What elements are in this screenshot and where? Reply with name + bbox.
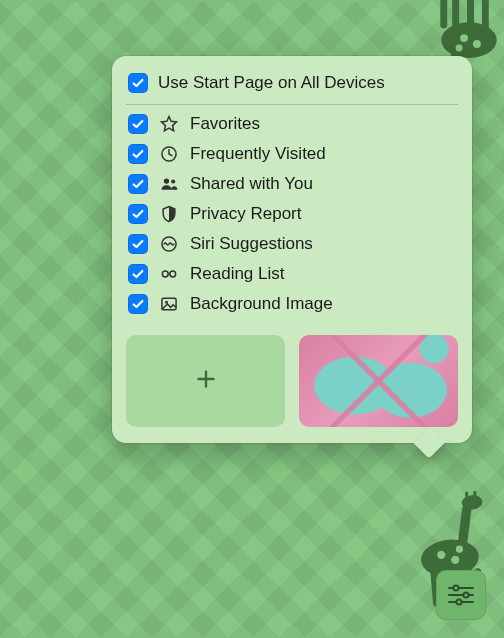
checkbox-checked[interactable]: [128, 204, 148, 224]
siri-suggestions-row[interactable]: Siri Suggestions: [126, 229, 458, 259]
row-label: Favorites: [190, 114, 456, 134]
image-icon: [158, 294, 180, 314]
svg-rect-1: [482, 0, 489, 30]
svg-point-35: [463, 592, 468, 597]
svg-rect-3: [452, 0, 459, 30]
divider: [126, 104, 458, 105]
svg-point-9: [473, 40, 481, 48]
use-start-page-all-devices-row[interactable]: Use Start Page on All Devices: [126, 68, 458, 98]
glasses-icon: [158, 264, 180, 284]
siri-icon: [158, 234, 180, 254]
svg-point-10: [460, 34, 468, 42]
start-page-settings-popover: Use Start Page on All Devices Favorites …: [112, 56, 472, 443]
checkbox-checked[interactable]: [128, 73, 148, 93]
plus-icon: [193, 366, 219, 396]
svg-point-11: [456, 45, 463, 52]
row-label: Reading List: [190, 264, 456, 284]
reading-list-row[interactable]: Reading List: [126, 259, 458, 289]
people-icon: [158, 174, 180, 194]
svg-rect-4: [440, 0, 447, 28]
svg-point-28: [162, 271, 168, 277]
checkbox-checked[interactable]: [128, 114, 148, 134]
checkbox-checked[interactable]: [128, 264, 148, 284]
row-label: Privacy Report: [190, 204, 456, 224]
row-label: Siri Suggestions: [190, 234, 456, 254]
svg-point-29: [170, 271, 176, 277]
svg-point-37: [456, 599, 461, 604]
svg-point-25: [164, 178, 169, 183]
customize-start-page-button[interactable]: [436, 570, 486, 620]
add-background-button[interactable]: [126, 335, 285, 427]
checkbox-checked[interactable]: [128, 174, 148, 194]
row-label: Frequently Visited: [190, 144, 456, 164]
row-label: Background Image: [190, 294, 456, 314]
checkbox-checked[interactable]: [128, 234, 148, 254]
background-image-row[interactable]: Background Image: [126, 289, 458, 319]
background-thumbnails: [126, 335, 458, 427]
shield-icon: [158, 204, 180, 224]
row-label: Shared with You: [190, 174, 456, 194]
star-icon: [158, 114, 180, 134]
shared-with-you-row[interactable]: Shared with You: [126, 169, 458, 199]
checkbox-checked[interactable]: [128, 144, 148, 164]
favorites-row[interactable]: Favorites: [126, 109, 458, 139]
clock-icon: [158, 144, 180, 164]
frequently-visited-row[interactable]: Frequently Visited: [126, 139, 458, 169]
svg-rect-2: [467, 0, 474, 28]
privacy-report-row[interactable]: Privacy Report: [126, 199, 458, 229]
checkbox-checked[interactable]: [128, 294, 148, 314]
background-thumbnail-butterfly[interactable]: [299, 335, 458, 427]
svg-point-33: [453, 585, 458, 590]
header-label: Use Start Page on All Devices: [158, 73, 456, 93]
svg-point-26: [171, 179, 175, 183]
sliders-icon: [446, 584, 476, 606]
